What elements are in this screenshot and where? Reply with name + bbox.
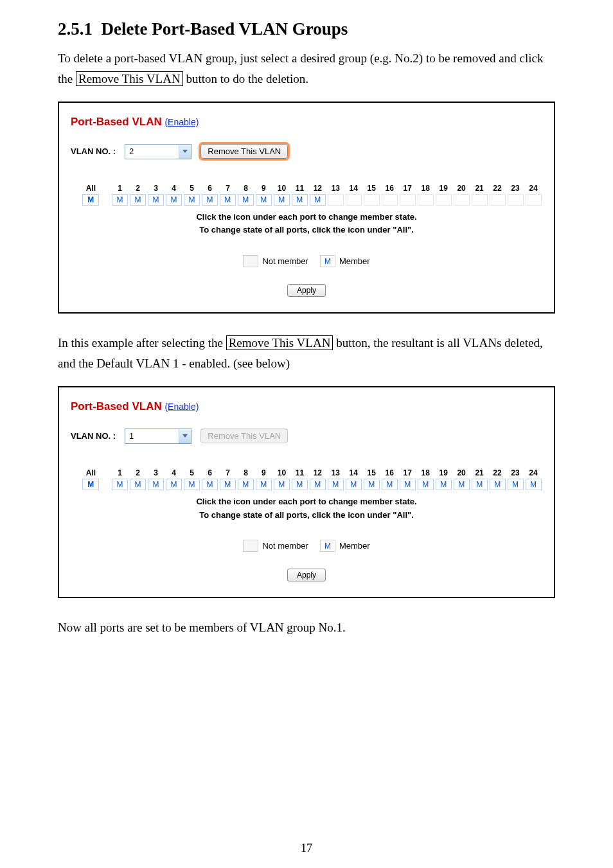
apply-button[interactable]: Apply [287, 284, 326, 297]
remove-vlan-button[interactable]: Remove This VLAN [200, 144, 288, 159]
port-header-5: 5 [183, 468, 201, 477]
port-cell-13[interactable]: M [328, 479, 344, 490]
port-cell-4[interactable]: M [166, 479, 182, 490]
port-cell-9[interactable]: M [256, 194, 272, 206]
port-cell-3[interactable]: M [148, 479, 164, 490]
port-cell-9[interactable]: M [256, 479, 272, 490]
port-cell-23[interactable]: M [508, 479, 524, 490]
port-cell-21[interactable]: M [472, 479, 488, 490]
header-all: All [80, 184, 102, 193]
port-cell-19[interactable] [436, 194, 452, 206]
enable-link[interactable]: (Enable) [164, 117, 199, 127]
port-cell-11[interactable]: M [292, 479, 308, 490]
port-cell-14[interactable]: M [346, 479, 362, 490]
port-header-7: 7 [219, 468, 237, 477]
port-cell-13[interactable] [328, 194, 344, 206]
port-cell-18[interactable]: M [418, 479, 434, 490]
port-header-21: 21 [470, 184, 488, 193]
port-cell-24[interactable] [526, 194, 542, 206]
port-cell-16[interactable] [382, 194, 398, 206]
port-cell-3[interactable]: M [148, 194, 164, 206]
port-cell-7[interactable]: M [220, 479, 236, 490]
vlan-no-value: 2 [125, 146, 179, 156]
port-cell-17[interactable]: M [400, 479, 416, 490]
port-cell-19[interactable]: M [436, 479, 452, 490]
port-cell-23[interactable] [508, 194, 524, 206]
port-cell-2[interactable]: M [130, 194, 146, 206]
port-cell-6[interactable]: M [202, 479, 218, 490]
port-header-21: 21 [470, 468, 488, 477]
port-cell-12[interactable]: M [310, 194, 326, 206]
port-cell-8[interactable]: M [238, 479, 254, 490]
port-cell-10[interactable]: M [274, 479, 290, 490]
vlan-no-select[interactable]: 2 [125, 144, 191, 159]
chevron-down-icon [179, 429, 191, 443]
vlan-no-label: VLAN NO. : [71, 146, 116, 156]
port-header-2: 2 [129, 184, 147, 193]
page-number: 17 [0, 842, 613, 855]
mid-paragraph: In this example after selecting the Remo… [58, 333, 555, 375]
port-header-23: 23 [506, 468, 524, 477]
port-header-15: 15 [362, 184, 380, 193]
not-member-swatch [243, 255, 258, 267]
legend: Not member M Member [71, 255, 542, 267]
remove-vlan-inline-button-2: Remove This VLAN [226, 335, 333, 350]
port-all-cell[interactable]: M [82, 194, 99, 206]
port-header-18: 18 [416, 468, 434, 477]
port-cell-15[interactable]: M [364, 479, 380, 490]
port-cell-4[interactable]: M [166, 194, 182, 206]
port-cell-7[interactable]: M [220, 194, 236, 206]
port-header-6: 6 [201, 184, 219, 193]
port-header-15: 15 [362, 468, 380, 477]
legend-not-member: Not member [243, 255, 308, 267]
port-cell-20[interactable]: M [454, 479, 470, 490]
port-header-13: 13 [326, 468, 344, 477]
port-cell-15[interactable] [364, 194, 380, 206]
port-header-4: 4 [165, 468, 183, 477]
panel-title: Port-Based VLAN (Enable) [71, 116, 542, 128]
port-header-20: 20 [452, 184, 470, 193]
port-cell-1[interactable]: M [112, 194, 128, 206]
port-cell-8[interactable]: M [238, 194, 254, 206]
port-cell-17[interactable] [400, 194, 416, 206]
port-cell-24[interactable]: M [526, 479, 542, 490]
header-all: All [80, 468, 102, 477]
port-cell-22[interactable]: M [490, 479, 506, 490]
port-cell-16[interactable]: M [382, 479, 398, 490]
port-cell-5[interactable]: M [184, 479, 200, 490]
port-cell-12[interactable]: M [310, 479, 326, 490]
member-swatch: M [320, 255, 335, 267]
heading-number: 2.5.1 [58, 19, 93, 39]
vlan-no-select[interactable]: 1 [125, 429, 191, 444]
legend-not-member: Not member [243, 540, 308, 552]
port-grid: All 1 2 3 4 5 6 7 8 9 10 11 12 13 14 15 … [80, 468, 542, 490]
port-cell-14[interactable] [346, 194, 362, 206]
port-cell-18[interactable] [418, 194, 434, 206]
port-header-9: 9 [254, 184, 272, 193]
port-header-22: 22 [488, 468, 506, 477]
vlan-panel-2: Port-Based VLAN (Enable) VLAN NO. : 1 Re… [58, 386, 555, 599]
remove-vlan-inline-button: Remove This VLAN [76, 71, 183, 86]
port-cell-11[interactable]: M [292, 194, 308, 206]
port-cell-20[interactable] [454, 194, 470, 206]
panel-title: Port-Based VLAN (Enable) [71, 400, 542, 413]
port-cell-5[interactable]: M [184, 194, 200, 206]
port-cell-6[interactable]: M [202, 194, 218, 206]
port-cell-10[interactable]: M [274, 194, 290, 206]
port-header-2: 2 [129, 468, 147, 477]
port-header-19: 19 [434, 468, 452, 477]
vlan-no-value: 1 [125, 431, 179, 441]
port-cell-22[interactable] [490, 194, 506, 206]
port-header-14: 14 [344, 184, 362, 193]
enable-link[interactable]: (Enable) [164, 402, 199, 412]
port-cell-2[interactable]: M [130, 479, 146, 490]
port-cell-1[interactable]: M [112, 479, 128, 490]
port-header-11: 11 [290, 468, 308, 477]
port-all-cell[interactable]: M [82, 479, 99, 490]
port-cell-21[interactable] [472, 194, 488, 206]
apply-button[interactable]: Apply [287, 569, 326, 581]
port-header-1: 1 [111, 468, 129, 477]
port-header-17: 17 [398, 184, 416, 193]
port-header-9: 9 [254, 468, 272, 477]
port-header-12: 12 [308, 468, 326, 477]
